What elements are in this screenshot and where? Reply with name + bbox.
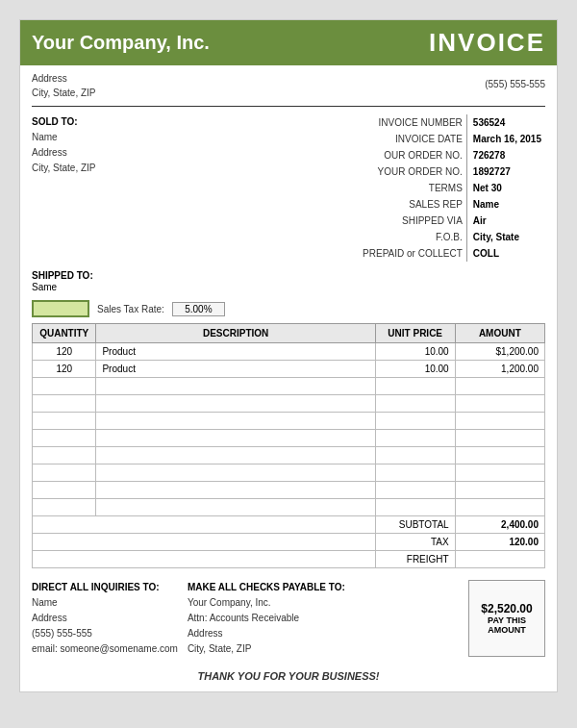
col-header-unit-price: UNIT PRICE [375, 324, 455, 343]
invoice-title: INVOICE [429, 28, 545, 58]
sold-to-label: SOLD TO: [32, 114, 96, 130]
company-name: Your Company, Inc. [32, 32, 210, 54]
invoice-date-value: March 16, 2015 [466, 131, 545, 147]
cell-desc: Product [96, 361, 375, 378]
cell-desc: Product [96, 343, 375, 361]
invoice-header: Your Company, Inc. INVOICE [20, 20, 557, 65]
total-amount-block: $2,520.00 PAY THIS AMOUNT [468, 580, 545, 657]
our-order-label: OUR ORDER NO. [359, 147, 466, 163]
col-header-description: DESCRIPTION [96, 324, 375, 343]
cell-amount: 1,200.00 [455, 361, 544, 378]
sold-to-name: Name [32, 130, 96, 145]
thank-you-text: THANK YOU FOR YOUR BUSINESS! [20, 665, 557, 691]
empty-row [33, 447, 545, 464]
footer-section: DIRECT ALL INQUIRIES TO: Name Address (5… [20, 572, 557, 665]
col-header-amount: AMOUNT [455, 324, 544, 343]
sales-rep-label: SALES REP [359, 196, 466, 213]
pay-label: PAY THIS [488, 615, 526, 625]
shipped-via-label: SHIPPED VIA [359, 213, 466, 229]
cell-amount: $1,200.00 [455, 343, 544, 361]
checks-address: Address [188, 626, 459, 641]
invoice-number-label: INVOICE NUMBER [359, 114, 466, 131]
sold-to-block: SOLD TO: Name Address City, State, ZIP [32, 114, 96, 262]
shipped-to-label: SHIPPED TO: [32, 270, 93, 281]
shipped-to-value: Same [32, 282, 57, 292]
cell-qty: 120 [33, 361, 96, 378]
company-phone: (555) 555-555 [485, 79, 545, 89]
address-line1: Address [32, 71, 96, 86]
sold-to-address: Address [32, 145, 96, 161]
invoice-page: Your Company, Inc. INVOICE Address City,… [19, 19, 558, 692]
tax-rate-row: Sales Tax Rate: 5.00% [20, 296, 557, 323]
items-table: QUANTITY DESCRIPTION UNIT PRICE AMOUNT 1… [32, 323, 545, 568]
checks-label: MAKE ALL CHECKS PAYABLE TO: [188, 580, 459, 595]
invoice-number-value: 536524 [466, 114, 545, 131]
prepaid-label: PREPAID or COLLECT [359, 245, 466, 262]
totals-row: SUBTOTAL 2,400.00 [33, 516, 545, 534]
inquiries-block: DIRECT ALL INQUIRIES TO: Name Address (5… [32, 580, 178, 657]
sales-rep-value: Name [466, 196, 545, 213]
inquiries-phone: (555) 555-555 [32, 626, 178, 641]
your-order-label: YOUR ORDER NO. [359, 163, 466, 180]
tax-color-box [32, 300, 89, 317]
empty-row [33, 395, 545, 413]
checks-company: Your Company, Inc. [188, 595, 459, 611]
empty-row [33, 378, 545, 395]
billing-section: SOLD TO: Name Address City, State, ZIP I… [20, 109, 557, 267]
empty-row [33, 464, 545, 482]
fob-value: City, State [466, 229, 545, 245]
totals-row: FREIGHT [33, 551, 545, 568]
inquiries-email: email: someone@somename.com [32, 641, 178, 657]
inquiries-address: Address [32, 611, 178, 626]
tax-rate-input[interactable]: 5.00% [172, 302, 225, 316]
totals-row: TAX 120.00 [33, 534, 545, 551]
fob-label: F.O.B. [359, 229, 466, 245]
header-divider [32, 106, 545, 107]
table-row: 120 Product 10.00 $1,200.00 [33, 343, 545, 361]
checks-attn: Attn: Accounts Receivable [188, 611, 459, 626]
shipped-to-section: SHIPPED TO: Same [20, 267, 557, 296]
tax-rate-label: Sales Tax Rate: [97, 304, 164, 314]
address-section: Address City, State, ZIP (555) 555-555 [20, 65, 557, 104]
our-order-value: 726278 [466, 147, 545, 163]
empty-row [33, 413, 545, 430]
invoice-details-block: INVOICE NUMBER 536524 INVOICE DATE March… [359, 114, 545, 262]
table-row: 120 Product 10.00 1,200.00 [33, 361, 545, 378]
cell-qty: 120 [33, 343, 96, 361]
cell-price: 10.00 [375, 343, 455, 361]
invoice-date-label: INVOICE DATE [359, 131, 466, 147]
empty-row [33, 482, 545, 499]
cell-price: 10.00 [375, 361, 455, 378]
col-header-quantity: QUANTITY [33, 324, 96, 343]
empty-row [33, 499, 545, 516]
empty-row [33, 430, 545, 447]
terms-label: TERMS [359, 180, 466, 196]
inquiries-name: Name [32, 595, 178, 611]
checks-city: City, State, ZIP [188, 641, 459, 657]
shipped-via-value: Air [466, 213, 545, 229]
prepaid-value: COLL [466, 245, 545, 262]
amount-label: AMOUNT [488, 625, 526, 635]
inquiries-label: DIRECT ALL INQUIRIES TO: [32, 580, 178, 595]
your-order-value: 1892727 [466, 163, 545, 180]
address-line2: City, State, ZIP [32, 86, 96, 100]
terms-value: Net 30 [466, 180, 545, 196]
sold-to-city: City, State, ZIP [32, 161, 96, 176]
total-amount: $2,520.00 [481, 602, 532, 615]
company-address: Address City, State, ZIP [32, 71, 96, 100]
checks-block: MAKE ALL CHECKS PAYABLE TO: Your Company… [178, 580, 468, 657]
